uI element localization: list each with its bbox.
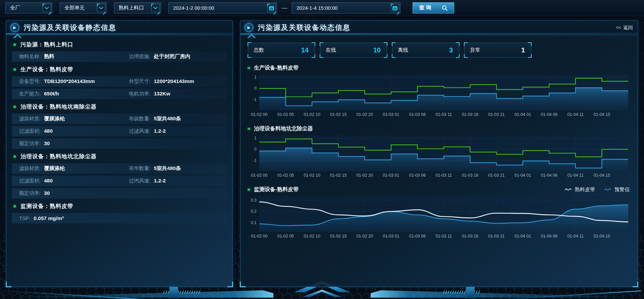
stat-box-在线: 在线10	[320, 43, 387, 57]
svg-text:-1: -1	[253, 158, 257, 163]
chart-title: 治理设备料地坑北除尘器	[254, 125, 313, 132]
info-label: 滤袋材质:	[19, 116, 41, 122]
info-value: 30	[44, 190, 50, 196]
green-square-icon	[13, 155, 16, 158]
chevron-down-icon	[43, 4, 51, 12]
info-label: 过滤风速:	[129, 128, 151, 134]
chart-legend-item[interactable]: 预警信	[604, 186, 630, 193]
svg-text:01-03 11: 01-03 11	[436, 112, 452, 117]
svg-text:0.3: 0.3	[251, 198, 257, 203]
info-value: 650t/h	[44, 91, 59, 97]
static-info-list: 污染源：熟料上料口物料名称:熟料治理措施:处于封闭厂房内生产设备：熟料皮带设备型…	[6, 34, 232, 223]
green-square-icon	[13, 68, 16, 71]
svg-text:01-04 01: 01-04 01	[515, 173, 531, 178]
info-value: 132Kw	[154, 91, 170, 97]
info-value: 1.2-2	[154, 128, 166, 134]
svg-text:01-04 11: 01-04 11	[568, 173, 584, 178]
start-date-input[interactable]: 2024-1-2 00:00:00	[168, 2, 277, 13]
search-icon	[442, 5, 448, 11]
monitor-device-chart[interactable]: 0.30.20.101-02 0001-02 0501-02 1001-02 1…	[247, 194, 632, 240]
svg-text:01-04 15: 01-04 15	[594, 234, 610, 239]
info-value: 5室共480条	[154, 115, 181, 122]
end-date-input[interactable]: 2024-1-4 15:00:00	[292, 2, 400, 13]
info-section-title: 监测设备：熟料皮带	[12, 202, 227, 211]
svg-text:01-02 10: 01-02 10	[304, 112, 320, 117]
svg-text:01-03 16: 01-03 16	[462, 173, 478, 178]
chart-legend-item[interactable]: 熟料皮带	[565, 186, 595, 193]
svg-text:01-02 10: 01-02 10	[304, 173, 320, 178]
info-value: 1200*204143mm	[154, 78, 194, 84]
info-label: 布华数量:	[129, 165, 151, 172]
svg-text:01-02 20: 01-02 20	[357, 173, 373, 178]
unit-select[interactable]: 全部单元	[60, 2, 107, 13]
info-label: 物料名称:	[19, 53, 41, 60]
svg-text:01-02 05: 01-02 05	[277, 112, 294, 117]
info-value: 处于封闭厂房内	[154, 53, 191, 60]
info-value: 熟料	[44, 53, 54, 60]
svg-text:01-02 15: 01-02 15	[330, 112, 346, 117]
svg-text:0.1: 0.1	[251, 220, 257, 225]
svg-text:01-03 21: 01-03 21	[488, 234, 504, 239]
svg-text:01-04 06: 01-04 06	[541, 173, 557, 178]
info-section-title: 治理设备：熟料地坑南除尘器	[12, 102, 227, 111]
info-row: 设备型号:TDB1200*204143mm外型尺寸:1200*204143mm	[12, 76, 227, 87]
source-select[interactable]: 熟料上料口	[114, 2, 161, 13]
svg-text:01-02 00: 01-02 00	[251, 234, 267, 239]
info-value: 5室共480条	[154, 165, 181, 172]
date-range-separator: —	[281, 4, 287, 11]
plant-select[interactable]: 全厂	[5, 2, 52, 13]
info-row: 滤袋材质:覆膜涤纶布华数量:5室共480条	[12, 163, 227, 174]
info-value: 覆膜涤纶	[44, 115, 65, 122]
svg-text:01-03 11: 01-03 11	[436, 234, 452, 239]
stat-box-异常: 异常1	[464, 43, 531, 57]
info-label: 电机功率:	[129, 91, 151, 97]
svg-text:01-02 20: 01-02 20	[357, 234, 373, 239]
green-square-icon	[13, 43, 16, 46]
production-device-chart[interactable]: 10-101-02 0001-02 0501-02 1001-02 1501-0…	[247, 73, 632, 118]
svg-text:01-03 01: 01-03 01	[383, 234, 399, 239]
svg-text:01-04 11: 01-04 11	[568, 112, 584, 117]
info-value: 480	[44, 178, 53, 184]
back-button-label: 返回	[623, 25, 633, 30]
svg-text:1: 1	[254, 75, 257, 80]
info-section-title: 治理设备：熟料地坑北除尘器	[12, 152, 227, 161]
chart-title: 生产设备-熟料皮带	[254, 65, 299, 72]
svg-text:01-03 16: 01-03 16	[462, 234, 478, 239]
info-label: 过滤面积:	[19, 178, 41, 184]
back-button[interactable]: <<返回	[616, 25, 633, 31]
calendar-icon[interactable]	[267, 4, 276, 12]
play-icon: ▶	[245, 23, 253, 32]
svg-text:01-02 15: 01-02 15	[330, 173, 346, 178]
svg-text:-1: -1	[253, 97, 257, 102]
svg-text:01-03 11: 01-03 11	[436, 173, 452, 178]
static-panel-header: ▶ 污染源及关联设备静态信息	[6, 21, 232, 34]
treatment-device-chart[interactable]: 10-101-02 0001-02 0501-02 1001-02 1501-0…	[247, 133, 632, 179]
info-label: 治理措施:	[129, 53, 151, 60]
back-arrows-icon: <<	[616, 25, 621, 30]
main-content: ▶ 污染源及关联设备静态信息 污染源：熟料上料口物料名称:熟料治理措施:处于封闭…	[0, 20, 644, 287]
chevron-down-icon	[97, 4, 105, 12]
svg-text:01-02 00: 01-02 00	[251, 112, 267, 117]
svg-text:0: 0	[254, 86, 257, 91]
query-button[interactable]: 查询	[413, 2, 454, 13]
info-value: 1.2-2	[154, 178, 166, 184]
query-button-label: 查询	[419, 4, 433, 11]
svg-text:0: 0	[254, 147, 257, 152]
green-square-icon	[13, 105, 16, 109]
info-row: 物料名称:熟料治理措施:处于封闭厂房内	[12, 51, 227, 62]
calendar-icon[interactable]	[391, 4, 399, 12]
svg-text:01-02 00: 01-02 00	[251, 173, 267, 178]
info-row: 额定功率:30	[12, 138, 227, 149]
info-label: 布袋数量:	[129, 116, 151, 122]
info-row: 过滤面积:480过滤风速:1.2-2	[12, 126, 227, 136]
svg-text:01-04 01: 01-04 01	[515, 234, 531, 239]
chart-block-treatment: 治理设备料地坑北除尘器 10-101-02 0001-02 0501-02 10…	[247, 125, 632, 179]
svg-text:01-02 05: 01-02 05	[277, 173, 294, 178]
info-value: 覆膜涤纶	[44, 165, 65, 172]
info-section-title: 生产设备：熟料皮带	[12, 65, 227, 74]
info-label: 滤袋材质:	[19, 165, 41, 172]
info-value: 0.057 mg/m³	[34, 215, 64, 221]
info-value: TDB1200*204143mm	[44, 78, 95, 84]
stat-box-离线: 离线3	[392, 43, 459, 57]
info-label: 过滤面积:	[19, 128, 41, 134]
